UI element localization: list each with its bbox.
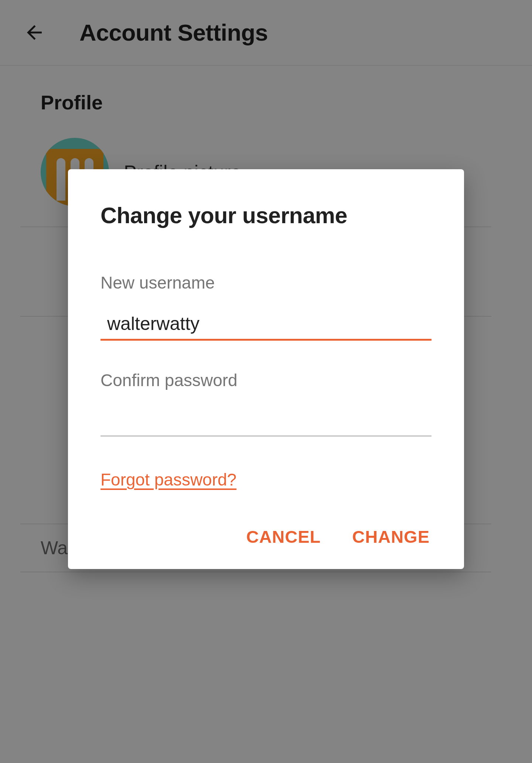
forgot-password-link[interactable]: Forgot password? <box>100 470 236 490</box>
dialog-actions: CANCEL CHANGE <box>100 527 432 547</box>
confirm-password-label: Confirm password <box>100 370 432 390</box>
change-button[interactable]: CHANGE <box>352 527 430 547</box>
new-username-label: New username <box>100 273 432 293</box>
change-username-dialog: Change your username New username Confir… <box>68 169 464 569</box>
confirm-password-input[interactable] <box>100 411 432 436</box>
new-username-input[interactable] <box>100 313 432 341</box>
dialog-title: Change your username <box>100 202 432 228</box>
modal-scrim[interactable]: Change your username New username Confir… <box>0 0 532 763</box>
cancel-button[interactable]: CANCEL <box>246 527 321 547</box>
